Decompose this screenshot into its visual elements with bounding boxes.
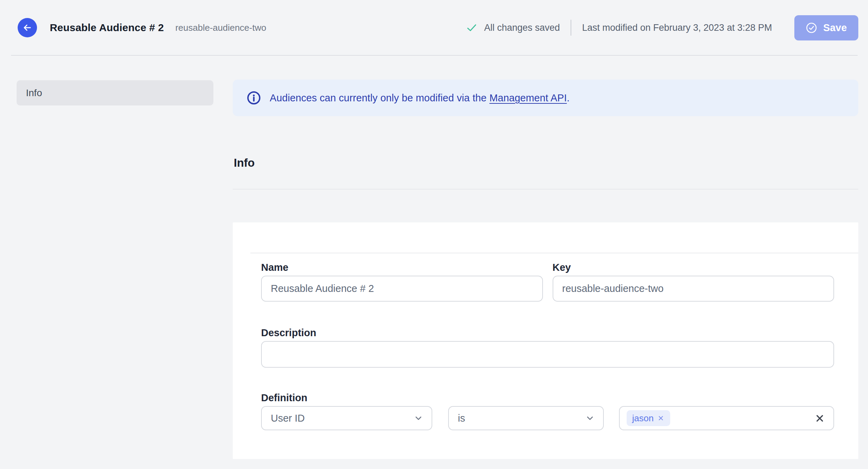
- key-label: Key: [553, 261, 834, 273]
- operator-select-value: is: [458, 413, 465, 424]
- operator-select[interactable]: is: [448, 406, 604, 430]
- banner-text-after: .: [567, 92, 570, 103]
- sidebar: Info: [17, 80, 213, 105]
- name-input[interactable]: [261, 276, 543, 302]
- save-button[interactable]: Save: [794, 15, 858, 40]
- name-label: Name: [261, 261, 543, 273]
- arrow-left-icon: [22, 22, 33, 33]
- check-icon: [466, 22, 478, 34]
- clear-x-icon: [814, 413, 825, 424]
- save-button-label: Save: [823, 22, 847, 34]
- section-title: Info: [234, 156, 255, 169]
- info-card: Name Key Description Definition User ID …: [233, 222, 858, 459]
- description-input[interactable]: [261, 341, 834, 368]
- clear-values-button[interactable]: [814, 413, 825, 424]
- info-banner: Audiences can currently only be modified…: [233, 80, 858, 116]
- page-subtitle: reusable-audience-two: [175, 22, 266, 33]
- banner-text: Audiences can currently only be modified…: [270, 92, 570, 104]
- header-divider: [571, 20, 571, 36]
- back-button[interactable]: [18, 18, 37, 37]
- value-chip: jason: [627, 410, 670, 426]
- definition-field-group: Definition User ID is: [261, 392, 834, 430]
- check-circle-icon: [806, 22, 817, 34]
- description-label: Description: [261, 327, 834, 339]
- chip-remove-x-icon[interactable]: [657, 414, 665, 422]
- header: Reusable Audience # 2 reusable-audience-…: [0, 0, 868, 55]
- header-rule: [11, 55, 858, 56]
- banner-text-before: Audiences can currently only be modified…: [270, 92, 489, 103]
- name-field-group: Name: [261, 261, 543, 302]
- page-title: Reusable Audience # 2: [50, 22, 164, 34]
- key-input[interactable]: [553, 276, 834, 302]
- definition-values-input[interactable]: jason: [619, 406, 834, 430]
- last-modified-text: Last modified on February 3, 2023 at 3:2…: [582, 22, 772, 33]
- saved-status-text: All changes saved: [484, 22, 560, 33]
- sidebar-item-label: Info: [26, 88, 42, 99]
- card-top-rule: [250, 252, 858, 254]
- saved-status: All changes saved: [466, 22, 560, 34]
- sidebar-item-info[interactable]: Info: [17, 80, 213, 105]
- definition-label: Definition: [261, 392, 834, 404]
- section-rule: [233, 189, 858, 190]
- info-circle-icon: [247, 91, 261, 105]
- management-api-link[interactable]: Management API: [489, 92, 567, 103]
- key-field-group: Key: [553, 261, 834, 302]
- description-field-group: Description: [261, 327, 834, 368]
- chevron-down-icon: [585, 413, 595, 423]
- value-chip-label: jason: [632, 413, 654, 424]
- trait-select[interactable]: User ID: [261, 406, 432, 430]
- chevron-down-icon: [414, 413, 423, 423]
- trait-select-value: User ID: [271, 413, 305, 424]
